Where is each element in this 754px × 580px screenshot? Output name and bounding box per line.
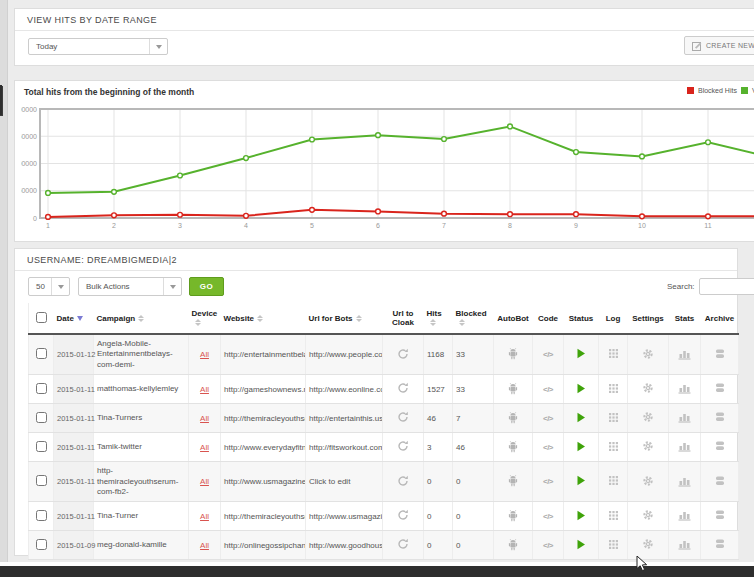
row-autobot[interactable] bbox=[494, 462, 533, 502]
code-icon[interactable]: </> bbox=[533, 531, 564, 560]
row-autobot[interactable] bbox=[494, 375, 533, 404]
row-checkbox[interactable] bbox=[36, 383, 47, 394]
date-range-select[interactable]: Today bbox=[28, 38, 168, 55]
row-url-to-cloak[interactable] bbox=[383, 375, 424, 404]
col-header-date[interactable]: Date bbox=[54, 303, 94, 334]
device-link[interactable]: All bbox=[200, 512, 209, 521]
bar-chart-icon bbox=[678, 348, 691, 360]
svg-text:150000: 150000 bbox=[21, 133, 37, 140]
row-campaign: Tamik-twitter bbox=[94, 433, 189, 462]
row-url-to-cloak[interactable] bbox=[383, 334, 424, 375]
row-status[interactable] bbox=[564, 433, 599, 462]
row-stats[interactable] bbox=[669, 433, 701, 462]
code-icon[interactable]: </> bbox=[533, 375, 564, 404]
row-archive[interactable] bbox=[701, 334, 739, 375]
device-link[interactable]: All bbox=[200, 385, 209, 394]
row-checkbox[interactable] bbox=[36, 475, 47, 486]
col-header-url-for-bots[interactable]: Url for Bots bbox=[306, 303, 383, 334]
col-header-campaign[interactable]: Campaign bbox=[94, 303, 189, 334]
row-settings[interactable] bbox=[628, 433, 669, 462]
row-log[interactable] bbox=[599, 462, 628, 502]
device-link[interactable]: All bbox=[200, 414, 209, 423]
row-settings[interactable] bbox=[628, 502, 669, 531]
row-status[interactable] bbox=[564, 404, 599, 433]
row-archive[interactable] bbox=[701, 404, 739, 433]
sort-icon bbox=[459, 319, 465, 326]
row-status[interactable] bbox=[564, 334, 599, 375]
code-icon[interactable]: </> bbox=[533, 502, 564, 531]
row-archive[interactable] bbox=[701, 375, 739, 404]
col-header-device[interactable]: Device bbox=[189, 303, 221, 334]
row-url-to-cloak[interactable] bbox=[383, 531, 424, 560]
bulk-actions-select[interactable]: Bulk Actions bbox=[78, 277, 182, 296]
play-icon bbox=[576, 412, 586, 423]
device-link[interactable]: All bbox=[200, 477, 209, 486]
row-stats[interactable] bbox=[669, 502, 701, 531]
device-link[interactable]: All bbox=[200, 350, 209, 359]
row-status[interactable] bbox=[564, 531, 599, 560]
row-autobot[interactable] bbox=[494, 404, 533, 433]
row-date: 2015-01-11 bbox=[54, 502, 94, 531]
row-log[interactable] bbox=[599, 502, 628, 531]
android-icon bbox=[507, 474, 519, 487]
col-header-url-to-cloak[interactable]: Url to Cloak bbox=[383, 303, 424, 334]
device-link[interactable]: All bbox=[200, 541, 209, 550]
row-settings[interactable] bbox=[628, 462, 669, 502]
row-stats[interactable] bbox=[669, 404, 701, 433]
col-header-website[interactable]: Website bbox=[221, 303, 306, 334]
row-autobot[interactable] bbox=[494, 502, 533, 531]
code-icon[interactable]: </> bbox=[533, 462, 564, 502]
row-autobot[interactable] bbox=[494, 531, 533, 560]
row-archive[interactable] bbox=[701, 462, 739, 502]
row-checkbox-cell bbox=[29, 375, 54, 404]
row-settings[interactable] bbox=[628, 334, 669, 375]
col-header-hits[interactable]: Hits bbox=[424, 303, 453, 334]
row-settings[interactable] bbox=[628, 375, 669, 404]
row-checkbox[interactable] bbox=[36, 348, 47, 359]
row-log[interactable] bbox=[599, 404, 628, 433]
chevron-down-icon bbox=[51, 278, 69, 295]
row-log[interactable] bbox=[599, 375, 628, 404]
row-archive[interactable] bbox=[701, 502, 739, 531]
code-icon[interactable]: </> bbox=[533, 433, 564, 462]
chart-title: Total hits from the beginning of the mon… bbox=[24, 87, 194, 97]
row-stats[interactable] bbox=[669, 462, 701, 502]
android-icon bbox=[507, 411, 519, 424]
chevron-down-icon bbox=[163, 278, 181, 295]
row-log[interactable] bbox=[599, 334, 628, 375]
code-icon[interactable]: </> bbox=[533, 334, 564, 375]
row-settings[interactable] bbox=[628, 404, 669, 433]
go-button[interactable]: GO bbox=[189, 277, 224, 296]
row-status[interactable] bbox=[564, 502, 599, 531]
row-autobot[interactable] bbox=[494, 334, 533, 375]
database-icon bbox=[714, 348, 726, 360]
page-size-select[interactable]: 50 bbox=[28, 277, 70, 296]
row-checkbox[interactable] bbox=[36, 441, 47, 452]
row-url-to-cloak[interactable] bbox=[383, 462, 424, 502]
row-autobot[interactable] bbox=[494, 433, 533, 462]
row-stats[interactable] bbox=[669, 334, 701, 375]
row-stats[interactable] bbox=[669, 375, 701, 404]
row-url-to-cloak[interactable] bbox=[383, 502, 424, 531]
row-archive[interactable] bbox=[701, 531, 739, 560]
row-campaign: Angela-Mobile-Entertainmentbelays-com-de… bbox=[94, 334, 189, 375]
row-url-to-cloak[interactable] bbox=[383, 404, 424, 433]
row-status[interactable] bbox=[564, 375, 599, 404]
row-checkbox[interactable] bbox=[36, 539, 47, 550]
create-campaign-button[interactable]: CREATE NEW CAMPAIGN bbox=[684, 36, 754, 55]
database-icon bbox=[714, 538, 726, 550]
device-link[interactable]: All bbox=[200, 443, 209, 452]
svg-text:0: 0 bbox=[33, 215, 37, 222]
code-icon[interactable]: </> bbox=[533, 404, 564, 433]
row-archive[interactable] bbox=[701, 433, 739, 462]
col-header-blocked[interactable]: Blocked bbox=[453, 303, 494, 334]
select-all-checkbox[interactable] bbox=[36, 312, 47, 323]
row-log[interactable] bbox=[599, 531, 628, 560]
search-input[interactable] bbox=[699, 278, 754, 295]
row-checkbox[interactable] bbox=[36, 412, 47, 423]
row-url-to-cloak[interactable] bbox=[383, 433, 424, 462]
row-status[interactable] bbox=[564, 462, 599, 502]
row-checkbox[interactable] bbox=[36, 510, 47, 521]
row-stats[interactable] bbox=[669, 531, 701, 560]
row-log[interactable] bbox=[599, 433, 628, 462]
